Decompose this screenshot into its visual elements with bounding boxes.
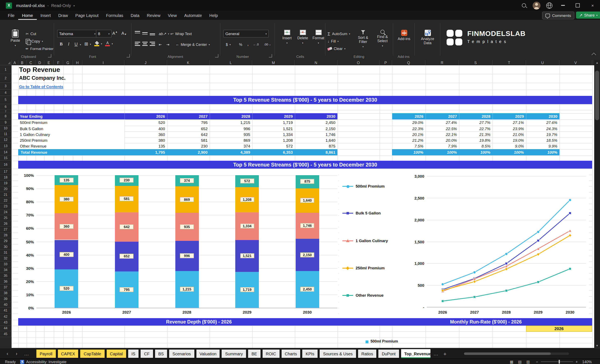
autosum-button[interactable]: ΣAutoSum▾ [328, 31, 350, 37]
table-total-cell[interactable]: 8,861 [295, 149, 338, 155]
column-header-G[interactable]: G [63, 60, 73, 65]
table-cell[interactable]: 996 [210, 126, 252, 131]
row-header-16[interactable]: 16 [0, 161, 12, 169]
column-header-C[interactable]: C [27, 60, 36, 65]
mix-cell[interactable]: 7.9% [425, 143, 459, 149]
stacked-bar-chart[interactable]: 0%10%20%30%40%50%60%70%80%90%100%5204003… [18, 169, 338, 318]
sheet-tab-capital[interactable]: Capital [107, 350, 126, 358]
bold-button[interactable]: B [58, 40, 65, 47]
mix-cell[interactable]: 29.0% [392, 119, 425, 126]
decrease-decimal-button[interactable]: .00→ [264, 41, 271, 47]
table-header-year[interactable]: 2027 [167, 113, 210, 119]
row-header-1[interactable]: 1 [0, 65, 12, 74]
table-header-year[interactable]: 2029 [252, 113, 295, 119]
column-header-U[interactable]: U [526, 60, 560, 65]
column-header-L[interactable]: L [210, 60, 252, 65]
row-header-9[interactable]: 9 [0, 119, 12, 126]
font-name-select[interactable]: Tahoma▾ [57, 30, 98, 38]
insert-cells-button[interactable]: +Insert▾ [280, 30, 294, 45]
underline-caret-icon[interactable]: ▾ [80, 43, 81, 46]
sheet-tab-dupont[interactable]: DuPont [379, 350, 399, 358]
row-header-10[interactable]: 10 [0, 126, 12, 131]
row-header-30[interactable]: 30 [0, 244, 12, 250]
row-header-3[interactable]: 3 [0, 83, 12, 90]
column-header-K[interactable]: K [167, 60, 210, 65]
column-header-N[interactable]: N [295, 60, 338, 65]
sheet-tabs-overflow-button[interactable]: … [432, 348, 440, 359]
mix-cell[interactable]: 20.0% [425, 137, 459, 143]
ribbon-tab-home[interactable]: Home [18, 11, 37, 20]
mix-cell[interactable]: 22.7% [459, 126, 492, 131]
sheet-tab-payroll[interactable]: Payroll [36, 350, 56, 358]
mix-cell[interactable]: 19.0% [492, 137, 526, 143]
align-left-button[interactable] [135, 42, 140, 46]
search-button[interactable] [518, 0, 530, 11]
column-header-T[interactable]: T [492, 60, 526, 65]
row-header-41[interactable]: 41 [0, 308, 12, 314]
row-header-45[interactable]: 45 [0, 331, 12, 337]
increase-font-button[interactable]: A▲ [112, 30, 118, 36]
table-cell[interactable]: 1,334 [252, 131, 295, 137]
number-dialog-launcher[interactable] [269, 54, 272, 57]
table-cell[interactable]: 1,746 [295, 131, 338, 137]
sheet-tab-roic[interactable]: ROIC [262, 350, 279, 358]
increase-decimal-button[interactable]: ←.0 [253, 41, 259, 47]
mix-cell[interactable]: 23.9% [492, 126, 526, 131]
row-header-34[interactable]: 34 [0, 267, 12, 273]
column-header-R[interactable]: R [425, 60, 459, 65]
row-header-28[interactable]: 28 [0, 233, 12, 238]
table-row-label[interactable]: Other Revenue [18, 143, 124, 149]
table-header-year-ending[interactable]: Year Ending [18, 113, 124, 119]
table-cell[interactable]: 875 [295, 143, 338, 149]
row-header-38[interactable]: 38 [0, 291, 12, 296]
row-header-43[interactable]: 43 [0, 320, 12, 326]
mix-cell[interactable]: 20.1% [392, 131, 425, 137]
maximize-button[interactable] [570, 0, 585, 11]
ribbon-tab-data[interactable]: Data [127, 11, 143, 20]
table-row-label[interactable]: Bulk 5 Gallon [18, 126, 124, 131]
sheet-tab-cf[interactable]: CF [141, 350, 153, 358]
toc-link[interactable]: Go to Table of Contents [19, 84, 63, 89]
globe-button[interactable] [543, 0, 555, 11]
page-break-view-button[interactable]: ▥ [525, 360, 531, 364]
column-header-A[interactable]: A [12, 60, 18, 65]
title-dropdown-icon[interactable]: ▾ [73, 4, 75, 7]
row-header-18[interactable]: 18 [0, 175, 12, 181]
table-cell[interactable]: 2,450 [295, 119, 338, 126]
fill-button[interactable]: ↓Fill▾ [328, 38, 339, 44]
mix-cell[interactable]: 24.3% [526, 126, 560, 131]
ribbon-tab-draw[interactable]: Draw [55, 11, 72, 20]
account-avatar[interactable] [530, 0, 543, 11]
row-header-2[interactable]: 2 [0, 74, 12, 83]
table-header-year[interactable]: 2028 [210, 113, 252, 119]
mix-cell[interactable]: 9.9% [526, 143, 560, 149]
table-cell[interactable]: 360 [124, 131, 167, 137]
alignment-dialog-launcher[interactable] [215, 54, 218, 57]
mix-header-year[interactable]: 2028 [459, 113, 492, 119]
sheet-tab-captable[interactable]: CapTable [80, 350, 105, 358]
table-cell[interactable]: 652 [167, 126, 210, 131]
zoom-in-button[interactable]: + [576, 359, 578, 364]
line-chart[interactable]: -5001,0001,5002,0002,5003,00020262027202… [339, 169, 589, 318]
company-name[interactable]: ABC Company Inc. [19, 75, 66, 81]
table-cell[interactable]: 1,215 [210, 119, 252, 126]
mix-cell[interactable]: 27.7% [459, 119, 492, 126]
sheet-tab-be[interactable]: BE [248, 350, 261, 358]
row-header-33[interactable]: 33 [0, 262, 12, 267]
table-row-label[interactable]: 250ml Premium [18, 137, 124, 143]
column-header-J[interactable]: J [124, 60, 167, 65]
minimize-button[interactable] [555, 0, 570, 11]
scroll-up-icon[interactable]: ▲ [594, 60, 600, 65]
page-title[interactable]: Top Revenue [19, 66, 60, 73]
accessibility-status[interactable]: ♿Accessibility: Investigate [20, 359, 66, 364]
row-header-32[interactable]: 32 [0, 256, 12, 262]
italic-button[interactable]: I [65, 40, 72, 47]
row-header-36[interactable]: 36 [0, 279, 12, 285]
column-header-E[interactable]: E [44, 60, 54, 65]
align-bottom-button[interactable] [150, 31, 155, 36]
table-cell[interactable]: 581 [167, 137, 210, 143]
row-header-26[interactable]: 26 [0, 221, 12, 227]
normal-view-button[interactable]: ▦ [508, 360, 515, 364]
row-header-15[interactable]: 15 [0, 155, 12, 161]
mix-cell[interactable]: 21.3% [459, 131, 492, 137]
